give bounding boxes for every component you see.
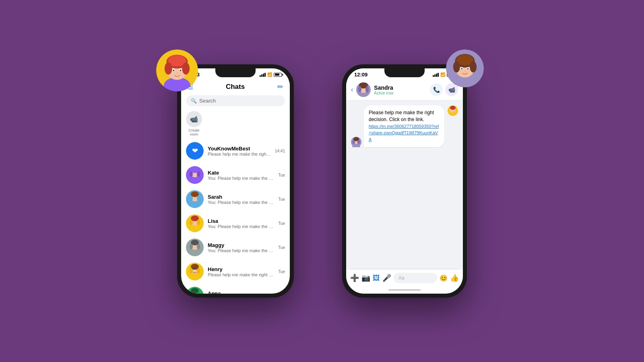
svg-point-31 [188, 274, 201, 280]
svg-point-16 [188, 202, 201, 208]
chat-name-kate: Kate [208, 170, 274, 176]
chat-preview-youknowmebest: Please help me make the right decision..… [208, 152, 271, 156]
floating-avatar-2 [445, 48, 485, 88]
chat-item-sarah[interactable]: Sarah You: Please help me make the right… [181, 187, 290, 211]
phone-chat-detail: 12:09 📶 ‹ [342, 64, 467, 298]
floating-avatar-1 [155, 48, 199, 93]
phone-call-button[interactable]: 📞 [430, 83, 443, 96]
avatar-lisa [186, 214, 204, 232]
chat-name-maggy: Maggy [208, 242, 274, 248]
chat-item-lisa[interactable]: Lisa You: Please help me make the right … [181, 211, 290, 235]
avatar-youknowmebest: ❤ [186, 142, 204, 160]
image-button[interactable]: 🖼 [373, 274, 380, 282]
chat-time-sarah: Tue [278, 197, 285, 202]
create-room-button[interactable]: 📹 [186, 111, 202, 127]
chat-item-youknowmebest[interactable]: ❤ YouKnowMeBest Please help me make the … [181, 139, 290, 163]
my-avatar [448, 105, 458, 116]
avatar-kate [186, 166, 204, 184]
chat-preview-kate: You: Please help me make the right decis… [208, 176, 274, 181]
camera-button[interactable]: 📷 [361, 274, 370, 282]
message-link[interactable]: https://m.me/360627718059350?ref=share-z… [369, 124, 439, 142]
plus-button[interactable]: ➕ [350, 274, 359, 282]
avatar-maggy [186, 239, 204, 256]
svg-point-64 [353, 140, 355, 144]
message-area: Please help me make the right decision. … [346, 101, 463, 269]
phone2-screen: 12:09 📶 ‹ [346, 68, 463, 294]
chat-name-sarah: Sarah [208, 194, 274, 200]
chat-detail-header: ‹ Sandra Active now 📞 [346, 79, 463, 101]
chat-list: ❤ YouKnowMeBest Please help me make the … [181, 139, 290, 294]
contact-status: Active now [374, 91, 427, 95]
chat-info-lisa: Lisa You: Please help me make the right … [208, 218, 274, 229]
chat-info-maggy: Maggy You: Please help me make the right… [208, 242, 274, 253]
signal-icon [260, 73, 266, 77]
chat-item-kate[interactable]: Kate You: Please help me make the right … [181, 163, 290, 187]
svg-point-50 [461, 68, 462, 69]
search-placeholder: Search [199, 98, 216, 104]
svg-point-56 [358, 86, 361, 93]
svg-point-20 [197, 195, 200, 201]
emoji-button[interactable]: 😊 [440, 274, 448, 282]
svg-point-26 [188, 250, 201, 256]
chat-item-anna[interactable]: Anna Please help me make the right decis… [181, 284, 290, 294]
signal-icon-2 [433, 73, 439, 77]
search-bar[interactable]: 🔍 Search [186, 95, 285, 106]
svg-point-65 [357, 140, 360, 144]
contact-name: Sandra [374, 84, 427, 91]
wifi-icon-2: 📶 [440, 72, 445, 77]
chat-info-youknowmebest: YouKnowMeBest Please help me make the ri… [208, 146, 271, 156]
chat-list-title: Chats [226, 83, 245, 91]
svg-point-57 [365, 86, 369, 93]
like-button[interactable]: 👍 [450, 274, 459, 282]
svg-point-11 [188, 177, 201, 184]
chat-preview-maggy: You: Please help me make the right decis… [208, 248, 274, 253]
chat-time-lisa: Tue [278, 221, 285, 226]
chat-info-kate: Kate You: Please help me make the right … [208, 170, 274, 181]
chat-name-youknowmebest: YouKnowMeBest [208, 146, 271, 152]
svg-point-52 [464, 70, 465, 71]
avatar-anna [186, 287, 204, 294]
chat-item-maggy[interactable]: Maggy You: Please help me make the right… [181, 235, 290, 259]
chat-info-sarah: Sarah You: Please help me make the right… [208, 194, 274, 205]
phone-icon: 📞 [433, 86, 440, 93]
chat-item-henry[interactable]: Henry Please help me make the right deci… [181, 259, 290, 284]
notch-1 [215, 68, 256, 77]
svg-point-9 [180, 70, 182, 71]
svg-point-21 [188, 226, 201, 232]
back-button[interactable]: ‹ [351, 86, 353, 93]
input-placeholder: Aa [398, 275, 405, 281]
battery-icon [274, 73, 282, 77]
avatar-sarah [186, 190, 204, 208]
svg-point-24 [190, 220, 193, 225]
sender-avatar-small [351, 137, 361, 147]
svg-point-29 [190, 244, 193, 249]
svg-point-15 [197, 171, 200, 177]
message-bubble: Please help me make the right decision. … [364, 105, 444, 147]
phone1-screen: 2:53 📶 ☰ Chats ✏ 🔍 [181, 68, 290, 294]
svg-point-25 [197, 220, 200, 225]
svg-point-60 [450, 106, 456, 110]
avatar-henry [186, 263, 204, 280]
svg-point-8 [173, 70, 175, 71]
chat-name-lisa: Lisa [208, 218, 274, 224]
svg-point-5 [182, 62, 190, 74]
wifi-icon: 📶 [267, 72, 272, 77]
svg-point-36 [197, 268, 200, 274]
status-icons-1: 📶 [260, 72, 282, 77]
phone-chats: 2:53 📶 ☰ Chats ✏ 🔍 [177, 64, 294, 298]
chat-time-anna: 15 Dec [272, 294, 285, 294]
chat-time-henry: Tue [278, 269, 285, 274]
svg-point-47 [470, 61, 477, 72]
svg-point-46 [453, 61, 460, 72]
create-room-label: Createroom [188, 128, 199, 136]
message-input-field[interactable]: Aa [394, 273, 437, 283]
svg-point-51 [467, 68, 469, 69]
svg-point-19 [190, 195, 193, 201]
svg-point-14 [190, 171, 193, 177]
status-time-2: 12:09 [354, 72, 367, 78]
chat-preview-sarah: You: Please help me make the right decis… [208, 200, 274, 205]
mic-button[interactable]: 🎤 [382, 274, 391, 282]
svg-point-4 [165, 62, 172, 74]
edit-icon[interactable]: ✏ [277, 82, 283, 91]
search-magnifier-icon: 🔍 [191, 98, 197, 104]
